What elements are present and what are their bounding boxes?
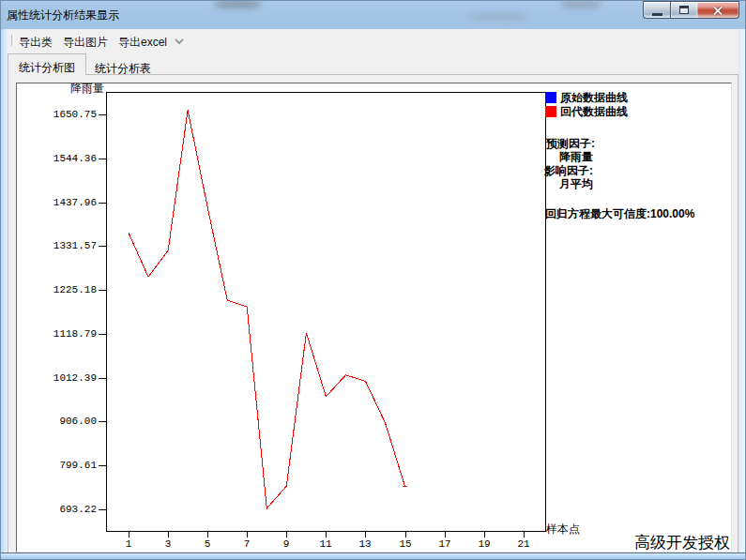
x-tick-mark — [326, 532, 327, 537]
y-tick-mark — [99, 203, 106, 204]
predict-factor-value: 降雨量 — [559, 151, 593, 162]
tabpage-border — [738, 74, 738, 552]
legend-label-original: 原始数据曲线 — [560, 92, 628, 103]
titlebar-smudge — [469, 13, 527, 21]
x-tick-mark — [207, 532, 208, 537]
x-tick-label: 15 — [396, 538, 415, 550]
minimize-button[interactable] — [643, 1, 671, 19]
toolbar-grip[interactable] — [11, 35, 12, 46]
x-tick-mark — [168, 532, 169, 537]
tabpage-border — [85, 74, 738, 75]
x-tick-mark — [445, 532, 446, 537]
y-tick-label: 1012.39 — [49, 372, 97, 384]
tab-statistics-table-label: 统计分析表 — [95, 61, 151, 77]
y-tick-mark — [99, 421, 106, 422]
y-tick-label: 1544.36 — [49, 153, 97, 164]
legend-swatch-original — [545, 92, 556, 103]
x-tick-label: 5 — [198, 538, 217, 550]
x-tick-mark — [365, 532, 366, 537]
toolbar-item-export-excel[interactable]: 导出excel — [118, 35, 167, 51]
impact-factor-label: 影响因子: — [544, 165, 593, 176]
x-tick-label: 17 — [435, 538, 454, 550]
x-tick-label: 21 — [514, 538, 533, 550]
x-tick-label: 11 — [316, 538, 335, 550]
frame-inner-edge — [0, 552, 746, 553]
y-tick-mark — [99, 114, 106, 115]
x-tick-mark — [286, 532, 287, 537]
y-tick-label: 1650.75 — [49, 109, 97, 120]
y-tick-label: 1437.96 — [49, 197, 97, 208]
license-text: 高级开发授权 — [634, 532, 730, 553]
impact-factor-value: 月平均 — [559, 178, 593, 189]
tab-statistics-chart-label: 统计分析图 — [19, 60, 75, 76]
close-icon — [711, 5, 724, 17]
titlebar-smudge — [214, 0, 261, 8]
toolbar-item-export-image[interactable]: 导出图片 — [63, 35, 108, 51]
y-tick-mark — [99, 378, 106, 379]
toolbar-grip-highlight — [13, 35, 14, 46]
titlebar-smudge — [561, 0, 601, 8]
x-tick-label: 7 — [237, 538, 256, 550]
window-frame-right — [738, 29, 746, 552]
x-tick-mark — [405, 532, 406, 537]
y-tick-mark — [99, 159, 106, 159]
tabpage-border — [8, 53, 8, 552]
x-tick-label: 1 — [119, 538, 138, 550]
y-tick-label: 1331.57 — [49, 240, 97, 251]
x-tick-mark — [484, 532, 485, 537]
y-tick-mark — [99, 334, 106, 335]
window-frame-bottom — [0, 552, 746, 560]
y-tick-mark — [99, 290, 106, 291]
legend-swatch-back — [545, 106, 556, 117]
y-tick-mark — [99, 465, 106, 466]
y-tick-mark — [99, 509, 106, 510]
y-tick-label: 799.61 — [49, 460, 97, 471]
x-tick-label: 13 — [356, 538, 374, 550]
minimize-icon — [652, 13, 662, 16]
x-tick-label: 9 — [277, 538, 296, 550]
maximize-button[interactable] — [670, 1, 698, 19]
chevron-down-icon[interactable] — [175, 38, 185, 45]
y-tick-mark — [99, 246, 106, 247]
x-tick-mark — [247, 532, 248, 537]
plot-border — [106, 92, 546, 532]
close-button[interactable] — [697, 1, 739, 19]
maximize-icon — [679, 6, 689, 14]
confidence-text: 回归方程最大可信度:100.00% — [545, 208, 694, 219]
window-title: 属性统计分析结果显示 — [7, 8, 119, 23]
y-tick-label: 1118.79 — [49, 328, 97, 340]
x-tick-mark — [129, 532, 129, 537]
y-tick-label: 906.00 — [49, 416, 97, 427]
x-tick-label: 19 — [475, 538, 494, 550]
y-tick-label: 693.22 — [49, 504, 97, 515]
x-axis-title: 样本点 — [546, 522, 580, 537]
y-tick-label: 1225.18 — [49, 284, 97, 295]
window-frame-left — [0, 29, 8, 552]
x-tick-label: 3 — [159, 538, 177, 550]
toolbar-item-export-class[interactable]: 导出类 — [19, 35, 53, 51]
legend-label-back: 回代数据曲线 — [560, 106, 628, 117]
predict-factor-label: 预测因子: — [546, 138, 595, 149]
y-axis-title: 降雨量 — [70, 81, 104, 97]
x-tick-mark — [524, 532, 525, 537]
